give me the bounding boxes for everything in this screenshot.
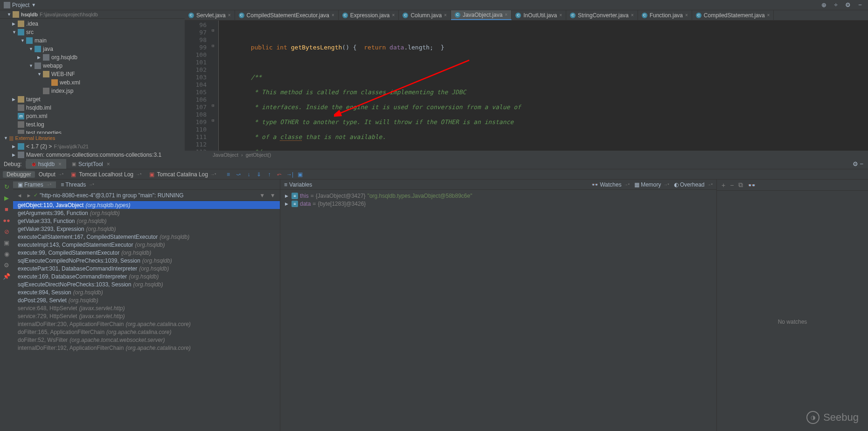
resume-icon[interactable]: ▶ [2, 194, 11, 202]
stop-icon[interactable]: ■ [2, 205, 11, 213]
overhead-tab[interactable]: ◐Overhead→* [674, 181, 713, 188]
prev-icon[interactable]: ◄ [15, 193, 24, 198]
editor-tab[interactable]: CServlet.java× [185, 10, 235, 20]
gear-icon[interactable]: ⚙ [845, 2, 851, 8]
chevron-down-icon[interactable]: ▼ [12, 30, 17, 35]
drop-frame-icon[interactable]: ⤺ [275, 170, 284, 179]
chevron-right-icon[interactable]: ▶ [37, 55, 42, 60]
tree-node[interactable]: mpom.xml [0, 112, 185, 120]
chevron-right-icon[interactable]: ▶ [12, 97, 17, 102]
breakpoints-icon[interactable]: ●● [2, 216, 11, 224]
step-out-icon[interactable]: ↑ [264, 170, 274, 179]
step-over-icon[interactable]: ⤻ [234, 170, 243, 179]
chevron-right-icon[interactable]: ▶ [12, 144, 17, 149]
run-to-cursor-icon[interactable]: →| [285, 170, 294, 179]
crumb-class[interactable]: JavaObject [213, 152, 238, 158]
stack-frame[interactable]: getValue:333, Function(org.hsqldb) [13, 217, 280, 225]
tab-tomcat-localhost[interactable]: ▣Tomcat Localhost Log→* [67, 171, 145, 178]
editor-tab[interactable]: CCompiledStatementExecutor.java× [235, 10, 339, 20]
next-icon[interactable]: ► [24, 193, 34, 198]
editor-tab[interactable]: CFunction.java× [638, 10, 692, 20]
stack-frame[interactable]: service:729, HttpServlet(javax.servlet.h… [13, 312, 280, 320]
tab-tomcat-catalina[interactable]: ▣Tomcat Catalina Log→* [146, 171, 220, 178]
tree-node[interactable]: index.jsp [0, 87, 185, 95]
settings-icon[interactable]: ⚙ [2, 261, 11, 269]
fold-icon[interactable]: ⊟ [212, 118, 214, 123]
tree-node[interactable]: ▼java [0, 45, 185, 53]
close-icon[interactable]: × [767, 13, 770, 18]
close-icon[interactable]: × [505, 12, 507, 17]
tree-node[interactable]: test.log [0, 120, 185, 129]
variable-row[interactable]: ▶≡this = {JavaObject@3427} "org.hsqldb.t… [280, 192, 716, 200]
chevron-right-icon[interactable]: ▶ [12, 21, 17, 26]
camera-icon[interactable]: ◉ [2, 250, 11, 258]
close-icon[interactable]: × [107, 161, 110, 167]
stack-frame[interactable]: service:648, HttpServlet(javax.servlet.h… [13, 304, 280, 312]
close-icon[interactable]: × [58, 161, 62, 167]
rerun-icon[interactable]: ↻ [2, 182, 11, 191]
tree-node[interactable]: hsqldb.iml [0, 104, 185, 112]
show-exec-point-icon[interactable]: ≡ [223, 170, 233, 179]
mute-bp-icon[interactable]: ⊘ [2, 227, 11, 236]
external-libraries-node[interactable]: ▼ ||| External Libraries [0, 134, 185, 142]
jdk-node[interactable]: ▶ < 1.7 (2) > F:\java\jdk7u21 [0, 142, 185, 151]
force-step-into-icon[interactable]: ⇓ [254, 170, 264, 179]
stack-frame[interactable]: sqlExecuteDirectNoPreChecks:1033, Sessio… [13, 280, 280, 288]
editor-tab[interactable]: CExpression.java× [339, 10, 399, 20]
fold-icon[interactable]: ⊟ [212, 103, 214, 108]
frames-tab[interactable]: ▣Frames→* [13, 181, 56, 188]
chevron-down-icon[interactable]: ▼ [29, 63, 34, 68]
stack-frame[interactable]: getObject:110, JavaObject(org.hsqldb.typ… [13, 201, 280, 209]
step-into-icon[interactable]: ↓ [244, 170, 253, 179]
tree-node[interactable]: ▼webapp [0, 62, 185, 70]
memory-tab[interactable]: ▦Memory→* [634, 181, 669, 188]
chevron-down-icon[interactable]: ▼ [29, 47, 34, 51]
remove-watch-icon[interactable]: − [730, 181, 734, 189]
chevron-down-icon[interactable]: ▼ [4, 136, 8, 140]
tree-node[interactable]: test.properties [0, 129, 185, 134]
debug-config-tab[interactable]: 🐞 hsqldb × [26, 159, 66, 169]
project-tool-button[interactable]: Project ▼ [0, 2, 40, 8]
tab-output[interactable]: Output→* [35, 171, 68, 178]
dropdown-icon[interactable]: ▼ [259, 192, 265, 199]
close-icon[interactable]: × [444, 13, 447, 18]
stack-frame[interactable]: sqlExecuteCompiledNoPreChecks:1039, Sess… [13, 257, 280, 264]
filter-icon[interactable]: ▼ [270, 192, 276, 199]
stack-frame[interactable]: doPost:298, Servlet(org.hsqldb) [13, 296, 280, 304]
chevron-down-icon[interactable]: ▼ [37, 72, 42, 76]
editor-tab[interactable]: CJavaObject.java× [451, 10, 512, 20]
chevron-down-icon[interactable]: ▼ [21, 38, 25, 43]
chevron-right-icon[interactable]: ▶ [285, 194, 290, 198]
duplicate-icon[interactable]: ⧉ [738, 181, 743, 189]
pin-icon[interactable]: 📌 [2, 272, 11, 280]
stack-frame[interactable]: internalDoFilter:192, ApplicationFilterC… [13, 344, 280, 352]
editor-tab[interactable]: CColumn.java× [399, 10, 451, 20]
expand-icon[interactable]: ÷ [833, 2, 839, 8]
project-tree[interactable]: ▶.idea▼src▼main▼java▶org.hsqldb▼webapp▼W… [0, 19, 185, 134]
fold-icon[interactable]: ⊟ [212, 28, 214, 33]
stack-frame[interactable]: executeImpl:143, CompiledStatementExecut… [13, 241, 280, 249]
project-root-row[interactable]: ▼ hsqldb F:\java\javaproject\hsqldb [0, 10, 185, 19]
watches-tab[interactable]: 👓Watches→* [591, 181, 630, 188]
stack-frame[interactable]: doFilter:52, WsFilter(org.apache.tomcat.… [13, 336, 280, 344]
editor-tab[interactable]: CInOutUtil.java× [512, 10, 566, 20]
stack-frame[interactable]: execute:894, Session(org.hsqldb) [13, 288, 280, 296]
add-watch-icon[interactable]: + [722, 181, 725, 189]
gear-icon[interactable]: ⚙ − [853, 160, 868, 167]
maven-node[interactable]: ▶ Maven: commons-collections:commons-col… [0, 151, 185, 159]
close-icon[interactable]: × [559, 13, 562, 18]
evaluate-icon[interactable]: ▣ [295, 170, 305, 179]
tab-debugger[interactable]: Debugger [3, 171, 35, 178]
hide-icon[interactable]: − [857, 2, 863, 8]
stack-frame[interactable]: getArguments:396, Function(org.hsqldb) [13, 209, 280, 217]
close-icon[interactable]: × [392, 13, 395, 18]
chevron-right-icon[interactable]: ▶ [12, 153, 17, 157]
tool-tab[interactable]: ▣ ScriptTool × [66, 159, 115, 169]
fold-icon[interactable]: ⊟ [212, 43, 214, 48]
layout-icon[interactable]: ▣ [2, 238, 11, 247]
stack-frame[interactable]: execute:99, CompiledStatementExecutor(or… [13, 249, 280, 257]
target-icon[interactable]: ⊕ [820, 2, 827, 8]
tree-node[interactable]: ▼src [0, 28, 185, 36]
stack-frame[interactable]: getValue:3293, Expression(org.hsqldb) [13, 225, 280, 233]
thread-selector[interactable]: ◄ ► ✓ "http-nio-8080-exec-4"@3,071 in gr… [13, 190, 280, 201]
